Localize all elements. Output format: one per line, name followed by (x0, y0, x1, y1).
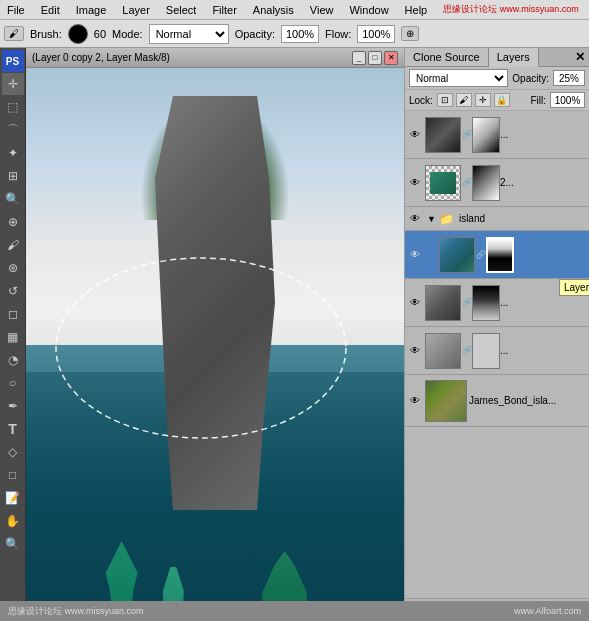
layer-row[interactable]: 👁 🔗 ... (405, 279, 589, 327)
blur-tool[interactable]: ◔ (2, 349, 24, 371)
panel-close-button[interactable]: ✕ (571, 48, 589, 66)
status-right: www.Alfoart.com (514, 606, 581, 616)
fill-input[interactable] (550, 92, 585, 108)
layer-row[interactable]: 👁 🔗 ... (405, 111, 589, 159)
lock-position-button[interactable]: ✛ (475, 93, 491, 107)
opacity-input[interactable] (281, 25, 319, 43)
lock-transparent-button[interactable]: ⊡ (437, 93, 453, 107)
eraser-tool[interactable]: ◻ (2, 303, 24, 325)
close-button[interactable]: ✕ (384, 51, 398, 65)
layer-visibility-toggle[interactable]: 👁 (407, 127, 423, 143)
brush-tool-icon[interactable]: 🖌 (4, 26, 24, 41)
coral-area (26, 400, 404, 621)
status-bar: 思缘设计论坛 www.missyuan.com www.Alfoart.com (0, 601, 589, 621)
menu-edit[interactable]: Edit (38, 4, 63, 16)
gradient-tool[interactable]: ▦ (2, 326, 24, 348)
minimize-button[interactable]: _ (352, 51, 366, 65)
brush-size: 60 (94, 28, 106, 40)
layer-name: James_Bond_isla... (469, 395, 587, 406)
layer-visibility-toggle[interactable]: 👁 (407, 343, 423, 359)
pen-tool[interactable]: ✒ (2, 395, 24, 417)
menu-select[interactable]: Select (163, 4, 200, 16)
layer-thumbnail (425, 117, 461, 153)
layer-visibility-toggle[interactable]: 👁 (407, 393, 423, 409)
clone-source-tab[interactable]: Clone Source (405, 48, 489, 66)
lasso-tool[interactable]: ⌒ (2, 119, 24, 141)
layer-thumbnail (439, 237, 475, 273)
group-expand-arrow[interactable]: ▼ (427, 214, 436, 224)
document-window: (Layer 0 copy 2, Layer Mask/8) _ □ ✕ (26, 48, 404, 621)
eyedropper-tool[interactable]: 🔍 (2, 188, 24, 210)
layer-name: ... (500, 297, 587, 308)
layer-visibility-toggle[interactable]: 👁 (407, 247, 423, 263)
layer-thumbnail (425, 380, 467, 422)
hand-tool[interactable]: ✋ (2, 510, 24, 532)
layer-list: 👁 🔗 ... 👁 (405, 111, 589, 598)
layer-opacity-input[interactable] (553, 70, 585, 86)
layer-name: island (459, 213, 587, 224)
move-tool[interactable]: ✛ (2, 73, 24, 95)
layer-mask-thumbnail (472, 117, 500, 153)
shape-tool[interactable]: □ (2, 464, 24, 486)
notes-tool[interactable]: 📝 (2, 487, 24, 509)
toolbox: PS ✛ ⬚ ⌒ ✦ ⊞ 🔍 ⊕ 🖌 ⊛ ↺ ◻ ▦ ◔ ○ ✒ T ◇ □ 📝… (0, 48, 26, 621)
crop-tool[interactable]: ⊞ (2, 165, 24, 187)
healing-tool[interactable]: ⊕ (2, 211, 24, 233)
menu-window[interactable]: Window (346, 4, 391, 16)
mode-label: Mode: (112, 28, 143, 40)
maximize-button[interactable]: □ (368, 51, 382, 65)
lock-all-button[interactable]: 🔒 (494, 93, 510, 107)
marquee-tool[interactable]: ⬚ (2, 96, 24, 118)
flow-input[interactable] (357, 25, 395, 43)
layer-row[interactable]: 👁 🔗 ... (405, 327, 589, 375)
magic-wand-tool[interactable]: ✦ (2, 142, 24, 164)
dodge-tool[interactable]: ○ (2, 372, 24, 394)
menu-image[interactable]: Image (73, 4, 110, 16)
layer-thumbnail (425, 165, 461, 201)
layer-row[interactable]: 👁 🔗 Layer (405, 231, 589, 279)
layer-visibility-toggle[interactable]: 👁 (407, 295, 423, 311)
opacity-label: Opacity: (512, 73, 549, 84)
layer-blend-mode-select[interactable]: Normal (409, 69, 508, 87)
layer-thumbnail (425, 285, 461, 321)
menu-view[interactable]: View (307, 4, 337, 16)
layer-link-icon: 🔗 (463, 346, 471, 355)
layer-mask-thumbnail (486, 237, 514, 273)
fill-label: Fill: (530, 95, 546, 106)
layer-visibility-toggle[interactable]: 👁 (407, 175, 423, 191)
canvas-content[interactable] (26, 68, 404, 621)
menu-site: 思缘设计论坛 www.missyuan.com (440, 3, 582, 16)
menu-layer[interactable]: Layer (119, 4, 153, 16)
menu-help[interactable]: Help (402, 4, 431, 16)
menu-file[interactable]: File (4, 4, 28, 16)
history-brush-tool[interactable]: ↺ (2, 280, 24, 302)
brush-preview[interactable] (68, 24, 88, 44)
layers-tab[interactable]: Layers (489, 48, 539, 67)
main-area: PS ✛ ⬚ ⌒ ✦ ⊞ 🔍 ⊕ 🖌 ⊛ ↺ ◻ ▦ ◔ ○ ✒ T ◇ □ 📝… (0, 48, 589, 621)
text-tool[interactable]: T (2, 418, 24, 440)
path-tool[interactable]: ◇ (2, 441, 24, 463)
status-left: 思缘设计论坛 www.missyuan.com (8, 605, 144, 618)
layer-row[interactable]: 👁 James_Bond_isla... (405, 375, 589, 427)
zoom-tool[interactable]: 🔍 (2, 533, 24, 555)
menu-filter[interactable]: Filter (209, 4, 239, 16)
layer-row[interactable]: 👁 🔗 2... (405, 159, 589, 207)
lock-row: Lock: ⊡ 🖌 ✛ 🔒 Fill: (405, 90, 589, 111)
blend-mode-row: Normal Opacity: (405, 67, 589, 90)
lock-icons: ⊡ 🖌 ✛ 🔒 (437, 93, 527, 107)
group-folder-icon: 📁 (438, 210, 456, 228)
brush-tool[interactable]: 🖌 (2, 234, 24, 256)
layer-name: ... (500, 129, 587, 140)
layer-group-row[interactable]: 👁 ▼ 📁 island (405, 207, 589, 231)
flow-label: Flow: (325, 28, 351, 40)
lock-pixels-button[interactable]: 🖌 (456, 93, 472, 107)
airbrush-toggle[interactable]: ⊕ (401, 26, 419, 41)
blend-mode-select[interactable]: Normal (149, 24, 229, 44)
clone-tool[interactable]: ⊛ (2, 257, 24, 279)
canvas-area[interactable]: (Layer 0 copy 2, Layer Mask/8) _ □ ✕ (26, 48, 404, 621)
menu-analysis[interactable]: Analysis (250, 4, 297, 16)
right-panel: Clone Source Layers ✕ Normal Opacity: Lo… (404, 48, 589, 621)
lock-label: Lock: (409, 95, 433, 106)
document-title: (Layer 0 copy 2, Layer Mask/8) (32, 52, 170, 63)
layer-visibility-toggle[interactable]: 👁 (407, 211, 423, 227)
